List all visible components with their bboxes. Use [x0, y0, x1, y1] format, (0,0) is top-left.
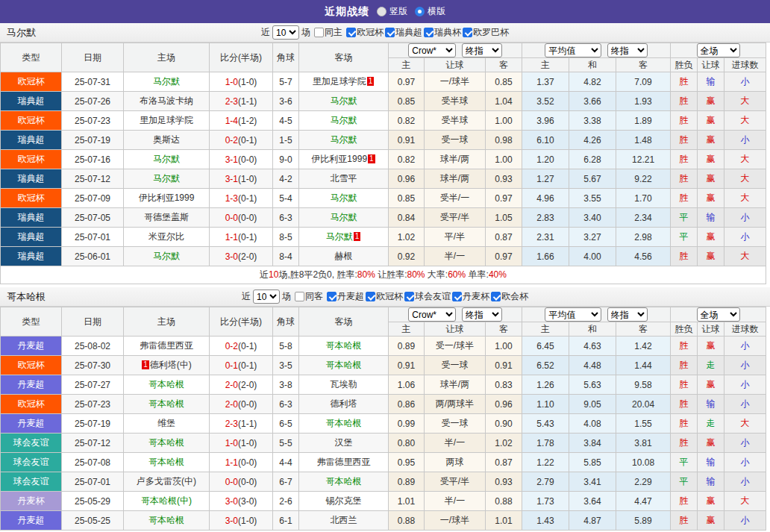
checkbox-checked-icon[interactable]: [491, 292, 501, 301]
same-side-filter[interactable]: 同主: [314, 26, 342, 39]
final-odds-select[interactable]: 终指: [462, 307, 502, 322]
col-avg-home: 主: [522, 322, 569, 337]
avg-home-cell: 1.27: [522, 169, 569, 189]
result-wdl-cell: 胜: [671, 131, 698, 150]
away-team-cell: 瓦埃勒: [299, 375, 389, 395]
final-odds-select-2[interactable]: 终指: [607, 307, 648, 322]
match-count-select[interactable]: 10: [253, 290, 280, 304]
league-filter-label: 球会友谊: [415, 290, 451, 303]
result-goals-cell: 大: [724, 247, 766, 266]
checkbox-unchecked-icon[interactable]: [314, 28, 324, 37]
league-cell: 丹麦超: [1, 511, 62, 531]
league-filter[interactable]: 瑞典杯: [424, 26, 461, 39]
checkbox-checked-icon[interactable]: [346, 28, 356, 37]
home-team-cell: 米亚尔比: [124, 228, 210, 247]
league-filter[interactable]: 欧罗巴杯: [463, 26, 509, 39]
halftime-score: (1-0): [238, 438, 257, 448]
home-odds-cell: 0.85: [389, 189, 425, 208]
score-cell: 0-2(0-1): [210, 131, 273, 150]
league-filter[interactable]: 瑞典超: [385, 26, 422, 39]
away-team-cell: 马尔默1: [299, 228, 389, 247]
league-filter[interactable]: 丹麦杯: [452, 290, 489, 303]
away-odds-cell: 1.01: [486, 511, 522, 531]
section-header: 哥本哈根 近 10 场 同客 丹麦超欧冠杯球会友谊丹麦杯欧会杯: [0, 287, 770, 307]
match-row: 瑞典超25-07-26布洛马波卡纳2-3(1-1)3-6马尔默0.85受半球1.…: [1, 92, 766, 111]
league-filter[interactable]: 丹麦超: [327, 290, 364, 303]
checkbox-checked-icon[interactable]: [463, 28, 472, 37]
away-team-cell: 哥本哈根: [299, 356, 389, 375]
checkbox-unchecked-icon[interactable]: [295, 292, 304, 301]
result-handicap-cell: 赢: [698, 92, 724, 111]
match-row: 丹麦超25-07-27哥本哈根2-0(2-0)3-8瓦埃勒1.06球半/两0.8…: [1, 375, 766, 395]
home-odds-cell: 0.95: [389, 453, 425, 472]
team-name: 哥本哈根: [7, 290, 46, 304]
result-handicap-cell: 输: [698, 208, 724, 228]
avg-home-cell: 1.20: [522, 150, 569, 169]
result-handicap-cell: 赢: [698, 150, 724, 169]
corner-cell: 5-5: [273, 434, 299, 453]
result-goals-cell: 小: [724, 208, 766, 228]
avg-home-cell: 3.96: [522, 111, 569, 131]
away-odds-cell: 0.87: [486, 453, 522, 472]
home-odds-cell: 0.99: [389, 414, 425, 434]
same-side-filter[interactable]: 同客: [295, 290, 323, 303]
avg-draw-cell: 4.63: [569, 337, 616, 356]
average-select[interactable]: 平均值: [545, 43, 601, 57]
away-odds-cell: 0.96: [486, 395, 522, 414]
checkbox-checked-icon[interactable]: [385, 28, 395, 37]
radio-checked-icon[interactable]: [415, 7, 425, 16]
handicap-cell: 半/一: [425, 434, 486, 453]
col-avg-home: 主: [522, 58, 569, 72]
full-match-select-group: 全场: [671, 307, 766, 322]
team-name-text: 米亚尔比: [148, 231, 184, 242]
result-handicap-cell: 输: [698, 72, 724, 92]
result-goals-cell: 小: [724, 375, 766, 395]
full-match-select[interactable]: 全场: [697, 43, 740, 57]
result-wdl-cell: 胜: [671, 189, 698, 208]
avg-draw-cell: 9.05: [569, 395, 616, 414]
home-team-cell: 马尔默: [124, 150, 210, 169]
full-match-select[interactable]: 全场: [697, 307, 740, 322]
league-cell: 丹麦超: [1, 337, 62, 356]
match-count-select[interactable]: 10: [272, 25, 299, 40]
radio-horizontal-label: 横版: [428, 5, 445, 18]
checkbox-checked-icon[interactable]: [366, 292, 375, 301]
league-filter[interactable]: 球会友谊: [404, 290, 451, 303]
checkbox-checked-icon[interactable]: [404, 292, 414, 301]
record-summary: 近10场,胜8平2负0, 胜率:80% 让胜率:80% 大率:60% 单率:40…: [0, 266, 766, 284]
corner-cell: 5-7: [273, 72, 299, 92]
result-wdl-cell: 胜: [671, 492, 698, 511]
checkbox-checked-icon[interactable]: [327, 292, 337, 301]
layout-vertical-radio[interactable]: 竖版: [377, 5, 407, 18]
league-filter[interactable]: 欧冠杯: [366, 290, 403, 303]
avg-home-cell: 1.78: [522, 434, 569, 453]
checkbox-checked-icon[interactable]: [424, 28, 433, 37]
home-odds-cell: 1.06: [389, 375, 425, 395]
fulltime-score: 2-3: [225, 96, 238, 107]
corner-cell: 1-5: [273, 131, 299, 150]
final-odds-select-2[interactable]: 终指: [607, 43, 648, 57]
league-cell: 欧冠杯: [1, 395, 62, 414]
red-card-badge: 1: [142, 360, 149, 369]
checkbox-checked-icon[interactable]: [452, 292, 462, 301]
odds-source-select[interactable]: Crow*: [408, 43, 456, 57]
odds-source-select[interactable]: Crow*: [408, 307, 456, 322]
avg-away-cell: 12.21: [616, 150, 671, 169]
handicap-cell: 受平/半: [425, 208, 486, 228]
team-name-text: 卢多戈雷茨(中): [137, 476, 196, 486]
col-avg-away: 客: [616, 58, 671, 72]
handicap-cell: 受一/球半: [425, 337, 486, 356]
match-row: 欧冠杯25-07-301德利塔(中)0-1(0-1)3-5哥本哈根0.91受一球…: [1, 356, 766, 375]
team-name-text: 哥德堡盖斯: [144, 212, 189, 222]
final-odds-select[interactable]: 终指: [462, 43, 502, 57]
average-select[interactable]: 平均值: [545, 307, 601, 322]
radio-unchecked-icon[interactable]: [377, 7, 386, 16]
date-cell: 25-07-05: [62, 208, 124, 228]
avg-home-cell: 2.79: [522, 472, 569, 492]
date-cell: 25-06-01: [62, 247, 124, 266]
layout-horizontal-radio[interactable]: 横版: [415, 5, 445, 18]
league-filter[interactable]: 欧会杯: [491, 290, 528, 303]
team-name-text: 马尔默: [326, 231, 353, 242]
corner-cell: 3-5: [273, 356, 299, 375]
league-filter[interactable]: 欧冠杯: [346, 26, 384, 39]
